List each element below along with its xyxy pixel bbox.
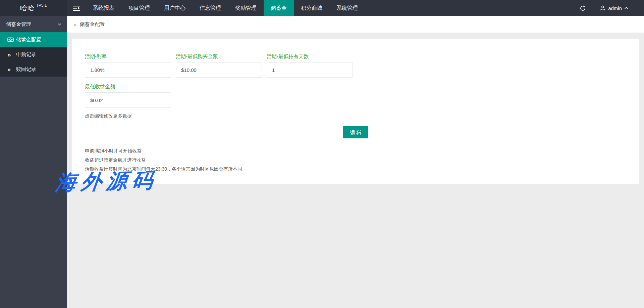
sidebar-item-label: 储蓄金配置 <box>16 37 41 43</box>
sidebar-item-purchase-records[interactable]: » 申购记录 <box>0 47 67 62</box>
tip-line-1: 申购满24小时才可开始收益 <box>85 146 626 156</box>
breadcrumb-label: 储蓄金配置 <box>80 21 105 28</box>
min-purchase-input[interactable] <box>176 62 262 78</box>
nav-item-points-mall[interactable]: 积分商城 <box>294 0 329 16</box>
sidebar-item-label: 申购记录 <box>16 51 36 58</box>
main-content: » 储蓄金配置 活期-利率 活期-最低购买金额 活期-最低持有天数 <box>67 16 644 308</box>
logo-title: 哈哈 <box>20 3 35 13</box>
sidebar-submenu: 储蓄金配置 » 申购记录 « 赎回记录 <box>0 32 67 77</box>
button-row: 编 辑 <box>85 126 626 138</box>
tip-line-2: 收益超过指定金额才进行收益 <box>85 156 626 165</box>
refresh-button[interactable] <box>573 0 592 16</box>
nav-item-user-center[interactable]: 用户中心 <box>157 0 193 16</box>
field-min-income: 最低收益金额 <box>85 84 171 108</box>
sidebar-item-redeem-records[interactable]: « 赎回记录 <box>0 62 67 77</box>
header-right: admin <box>573 0 644 16</box>
banknote-icon <box>7 37 16 42</box>
field-label: 活期-最低购买金额 <box>176 53 262 60</box>
sidebar-group-label: 储蓄金管理 <box>6 21 31 28</box>
breadcrumb-chevron-icon: » <box>73 21 77 28</box>
tips-block: 申购满24小时才可开始收益 收益超过指定金额才进行收益 活期收益计算时间为北京时… <box>85 146 626 174</box>
chevron-up-icon <box>624 7 629 9</box>
refresh-icon <box>580 5 586 11</box>
field-interest-rate: 活期-利率 <box>85 53 171 78</box>
logo-version: TP5.1 <box>36 3 47 8</box>
edit-button[interactable]: 编 辑 <box>343 126 368 138</box>
user-icon <box>600 5 606 11</box>
sidebar: 储蓄金管理 储蓄金配置 » <box>0 16 67 308</box>
savings-config-form: 活期-利率 活期-最低购买金额 活期-最低持有天数 最低收益金额 <box>72 39 639 184</box>
top-nav: 系统报表 项目管理 用户中心 信息管理 奖励管理 储蓄金 积分商城 系统管理 <box>67 0 365 16</box>
chevron-down-icon <box>57 23 62 26</box>
double-angle-right-icon: » <box>7 51 16 58</box>
edit-hint-text: 点击编辑修改更多数据 <box>85 113 626 119</box>
nav-item-savings[interactable]: 储蓄金 <box>264 0 294 16</box>
interest-rate-input[interactable] <box>85 62 171 78</box>
nav-item-reward-manage[interactable]: 奖励管理 <box>228 0 264 16</box>
field-label: 活期-最低持有天数 <box>267 53 353 60</box>
field-min-purchase: 活期-最低购买金额 <box>176 53 262 78</box>
field-label: 活期-利率 <box>85 53 171 60</box>
form-row-2: 最低收益金额 <box>85 84 626 108</box>
sidebar-collapse-button[interactable] <box>67 0 86 16</box>
app-logo: 哈哈 TP5.1 <box>0 0 67 16</box>
min-hold-days-input[interactable] <box>267 62 353 78</box>
nav-item-project-manage[interactable]: 项目管理 <box>121 0 157 16</box>
sidebar-group-savings-manage[interactable]: 储蓄金管理 <box>0 16 67 32</box>
admin-app: 哈哈 TP5.1 系统报表 项目管理 用户中心 信息管理 奖励管理 储蓄金 <box>0 0 644 308</box>
breadcrumb: » 储蓄金配置 <box>67 16 644 33</box>
tip-line-3: 活期收益计算时间为北京时间每天23:30，各个语言因为时区原因会有所不同 <box>85 165 626 174</box>
user-menu[interactable]: admin <box>592 0 644 16</box>
nav-item-system-manage[interactable]: 系统管理 <box>329 0 365 16</box>
field-min-hold-days: 活期-最低持有天数 <box>267 53 353 78</box>
sidebar-item-savings-config[interactable]: 储蓄金配置 <box>0 32 67 47</box>
hamburger-icon <box>73 5 80 11</box>
top-navbar: 哈哈 TP5.1 系统报表 项目管理 用户中心 信息管理 奖励管理 储蓄金 <box>0 0 644 16</box>
nav-item-system-report[interactable]: 系统报表 <box>86 0 121 16</box>
form-row-1: 活期-利率 活期-最低购买金额 活期-最低持有天数 <box>85 53 626 78</box>
config-card: 活期-利率 活期-最低购买金额 活期-最低持有天数 最低收益金额 <box>72 39 639 184</box>
sidebar-item-label: 赎回记录 <box>16 66 36 73</box>
double-angle-left-icon: « <box>7 66 16 73</box>
username: admin <box>608 5 622 11</box>
field-label: 最低收益金额 <box>85 84 171 90</box>
nav-item-info-manage[interactable]: 信息管理 <box>193 0 228 16</box>
min-income-input[interactable] <box>85 92 171 108</box>
